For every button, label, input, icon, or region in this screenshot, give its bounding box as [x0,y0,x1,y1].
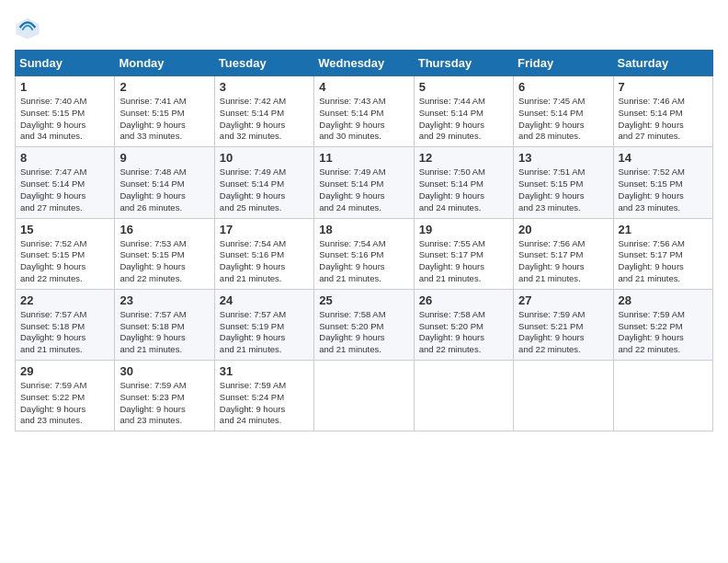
day-number: 5 [419,80,508,94]
weekday-header-saturday: Saturday [613,51,712,76]
calendar-cell: 3Sunrise: 7:42 AM Sunset: 5:14 PM Daylig… [214,76,313,147]
day-number: 10 [220,151,309,165]
cell-content: Sunrise: 7:49 AM Sunset: 5:14 PM Dayligh… [319,167,408,213]
day-number: 19 [419,223,508,236]
day-number: 1 [20,80,109,94]
calendar-cell: 10Sunrise: 7:49 AM Sunset: 5:14 PM Dayli… [214,147,313,218]
cell-content: Sunrise: 7:59 AM Sunset: 5:23 PM Dayligh… [119,380,209,427]
calendar-cell: 12Sunrise: 7:50 AM Sunset: 5:14 PM Dayli… [414,147,513,218]
day-number: 20 [518,223,608,236]
cell-content: Sunrise: 7:48 AM Sunset: 5:14 PM Dayligh… [119,167,209,213]
logo [15,15,44,40]
calendar-week-4: 22Sunrise: 7:57 AM Sunset: 5:18 PM Dayli… [16,289,713,360]
calendar-cell [514,361,613,431]
calendar-cell: 6Sunrise: 7:45 AM Sunset: 5:14 PM Daylig… [514,76,613,147]
calendar-cell: 5Sunrise: 7:44 AM Sunset: 5:14 PM Daylig… [414,76,513,147]
weekday-header-friday: Friday [514,51,613,76]
day-number: 3 [220,80,309,94]
calendar-cell: 14Sunrise: 7:52 AM Sunset: 5:15 PM Dayli… [613,147,712,218]
calendar-table: SundayMondayTuesdayWednesdayThursdayFrid… [15,50,713,431]
day-number: 9 [119,151,209,165]
calendar-cell: 19Sunrise: 7:55 AM Sunset: 5:17 PM Dayli… [414,218,513,289]
day-number: 6 [518,80,608,94]
calendar-cell: 9Sunrise: 7:48 AM Sunset: 5:14 PM Daylig… [115,147,214,218]
cell-content: Sunrise: 7:41 AM Sunset: 5:15 PM Dayligh… [119,96,209,143]
day-number: 21 [619,223,708,236]
logo-icon [15,15,40,40]
day-number: 26 [419,293,508,307]
cell-content: Sunrise: 7:53 AM Sunset: 5:15 PM Dayligh… [119,238,209,285]
day-number: 22 [20,293,109,307]
cell-content: Sunrise: 7:51 AM Sunset: 5:15 PM Dayligh… [518,167,608,213]
weekday-header-thursday: Thursday [414,51,513,76]
weekday-header-wednesday: Wednesday [314,51,414,76]
day-number: 28 [619,293,708,307]
cell-content: Sunrise: 7:59 AM Sunset: 5:22 PM Dayligh… [20,380,109,427]
day-number: 18 [319,223,408,236]
cell-content: Sunrise: 7:54 AM Sunset: 5:16 PM Dayligh… [220,238,309,285]
cell-content: Sunrise: 7:47 AM Sunset: 5:14 PM Dayligh… [20,167,109,213]
cell-content: Sunrise: 7:57 AM Sunset: 5:18 PM Dayligh… [20,309,109,356]
cell-content: Sunrise: 7:52 AM Sunset: 5:15 PM Dayligh… [20,238,109,285]
cell-content: Sunrise: 7:55 AM Sunset: 5:17 PM Dayligh… [419,238,508,285]
cell-content: Sunrise: 7:40 AM Sunset: 5:15 PM Dayligh… [20,96,109,143]
calendar-cell: 22Sunrise: 7:57 AM Sunset: 5:18 PM Dayli… [16,289,115,360]
day-number: 13 [518,151,608,165]
calendar-cell: 1Sunrise: 7:40 AM Sunset: 5:15 PM Daylig… [16,76,115,147]
day-number: 23 [119,293,209,307]
day-number: 30 [119,364,209,378]
page-header [15,15,713,40]
cell-content: Sunrise: 7:57 AM Sunset: 5:19 PM Dayligh… [220,309,309,356]
calendar-cell: 29Sunrise: 7:59 AM Sunset: 5:22 PM Dayli… [16,361,115,431]
calendar-cell: 24Sunrise: 7:57 AM Sunset: 5:19 PM Dayli… [214,289,313,360]
cell-content: Sunrise: 7:58 AM Sunset: 5:20 PM Dayligh… [319,309,408,356]
calendar-cell: 30Sunrise: 7:59 AM Sunset: 5:23 PM Dayli… [115,361,214,431]
day-number: 4 [319,80,408,94]
day-number: 27 [518,293,608,307]
cell-content: Sunrise: 7:54 AM Sunset: 5:16 PM Dayligh… [319,238,408,285]
day-number: 2 [119,80,209,94]
calendar-cell: 21Sunrise: 7:56 AM Sunset: 5:17 PM Dayli… [613,218,712,289]
cell-content: Sunrise: 7:56 AM Sunset: 5:17 PM Dayligh… [619,238,708,285]
cell-content: Sunrise: 7:59 AM Sunset: 5:21 PM Dayligh… [518,309,608,356]
calendar-cell: 23Sunrise: 7:57 AM Sunset: 5:18 PM Dayli… [115,289,214,360]
cell-content: Sunrise: 7:56 AM Sunset: 5:17 PM Dayligh… [518,238,608,285]
day-number: 24 [220,293,309,307]
day-number: 31 [220,364,309,378]
calendar-cell: 11Sunrise: 7:49 AM Sunset: 5:14 PM Dayli… [314,147,414,218]
calendar-cell: 2Sunrise: 7:41 AM Sunset: 5:15 PM Daylig… [115,76,214,147]
calendar-cell: 20Sunrise: 7:56 AM Sunset: 5:17 PM Dayli… [514,218,613,289]
day-number: 16 [119,223,209,236]
cell-content: Sunrise: 7:57 AM Sunset: 5:18 PM Dayligh… [119,309,209,356]
cell-content: Sunrise: 7:59 AM Sunset: 5:22 PM Dayligh… [619,309,708,356]
weekday-header-monday: Monday [115,51,214,76]
day-number: 29 [20,364,109,378]
weekday-header-tuesday: Tuesday [214,51,313,76]
cell-content: Sunrise: 7:58 AM Sunset: 5:20 PM Dayligh… [419,309,508,356]
day-number: 14 [619,151,708,165]
day-number: 17 [220,223,309,236]
svg-marker-0 [16,18,39,40]
cell-content: Sunrise: 7:50 AM Sunset: 5:14 PM Dayligh… [419,167,508,213]
cell-content: Sunrise: 7:43 AM Sunset: 5:14 PM Dayligh… [319,96,408,143]
day-number: 8 [20,151,109,165]
calendar-week-5: 29Sunrise: 7:59 AM Sunset: 5:22 PM Dayli… [16,361,713,431]
cell-content: Sunrise: 7:52 AM Sunset: 5:15 PM Dayligh… [619,167,708,213]
calendar-cell [314,361,414,431]
cell-content: Sunrise: 7:46 AM Sunset: 5:14 PM Dayligh… [619,96,708,143]
day-number: 15 [20,223,109,236]
calendar-cell: 25Sunrise: 7:58 AM Sunset: 5:20 PM Dayli… [314,289,414,360]
calendar-cell: 31Sunrise: 7:59 AM Sunset: 5:24 PM Dayli… [214,361,313,431]
cell-content: Sunrise: 7:42 AM Sunset: 5:14 PM Dayligh… [220,96,309,143]
calendar-week-2: 8Sunrise: 7:47 AM Sunset: 5:14 PM Daylig… [16,147,713,218]
calendar-cell: 26Sunrise: 7:58 AM Sunset: 5:20 PM Dayli… [414,289,513,360]
calendar-week-3: 15Sunrise: 7:52 AM Sunset: 5:15 PM Dayli… [16,218,713,289]
calendar-cell: 18Sunrise: 7:54 AM Sunset: 5:16 PM Dayli… [314,218,414,289]
calendar-cell [613,361,712,431]
cell-content: Sunrise: 7:45 AM Sunset: 5:14 PM Dayligh… [518,96,608,143]
day-number: 7 [619,80,708,94]
calendar-cell: 17Sunrise: 7:54 AM Sunset: 5:16 PM Dayli… [214,218,313,289]
calendar-cell: 7Sunrise: 7:46 AM Sunset: 5:14 PM Daylig… [613,76,712,147]
day-number: 11 [319,151,408,165]
calendar-cell: 4Sunrise: 7:43 AM Sunset: 5:14 PM Daylig… [314,76,414,147]
